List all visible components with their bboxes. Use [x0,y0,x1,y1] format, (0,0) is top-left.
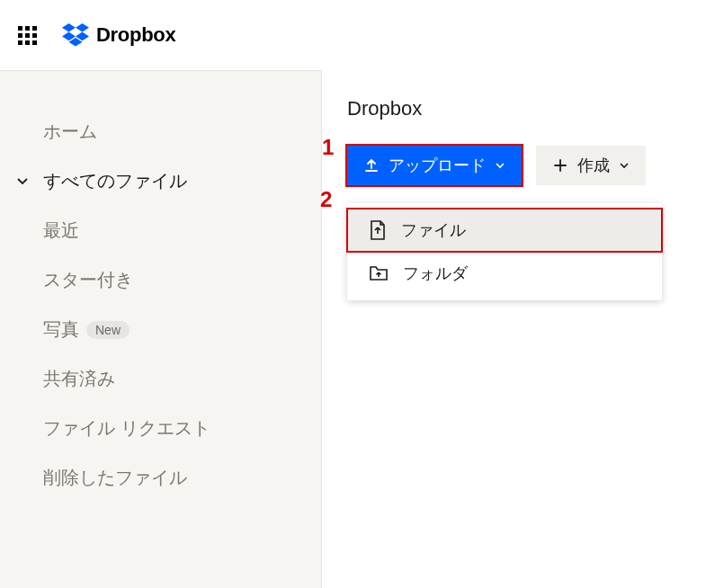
main-content: Dropbox アップロード 作成 [322,70,706,588]
annotation-2: 2 [320,187,332,212]
chevron-down-icon [619,160,630,171]
sidebar-item-label: 共有済み [43,367,115,391]
upload-dropdown-menu: ファイル フォルダ [347,203,662,300]
body: ホーム すべてのファイル 最近 スター付き 写真 New 共有済み ファイル リ… [0,70,706,588]
create-button-label: 作成 [577,155,610,176]
plus-icon [552,157,568,174]
sidebar-item-label: 最近 [43,218,79,243]
sidebar-item-file-requests[interactable]: ファイル リクエスト [0,404,321,453]
action-row: アップロード 作成 [347,146,681,185]
dropbox-icon [62,23,89,47]
chevron-down-icon [495,160,505,171]
breadcrumb[interactable]: Dropbox [347,97,681,120]
menu-item-upload-folder[interactable]: フォルダ [347,252,662,295]
sidebar-item-label: スター付き [43,268,133,292]
upload-button-label: アップロード [389,155,486,176]
sidebar-item-label: すべてのファイル [43,169,187,193]
upload-button[interactable]: アップロード [347,146,522,185]
app-launcher-icon[interactable] [18,26,37,45]
sidebar-item-starred[interactable]: スター付き [0,255,321,305]
menu-item-label: ファイル [401,219,466,241]
sidebar-item-label: 削除したファイル [43,466,187,490]
brand-logo[interactable]: Dropbox [62,23,175,47]
sidebar-item-label: ファイル リクエスト [43,416,210,441]
brand-name: Dropbox [96,23,175,47]
folder-upload-icon [369,264,389,282]
sidebar-item-home[interactable]: ホーム [0,107,321,156]
upload-icon [363,157,380,174]
sidebar-item-all-files[interactable]: すべてのファイル [0,156,321,206]
sidebar-item-deleted[interactable]: 削除したファイル [0,453,321,503]
header: Dropbox [0,0,706,70]
menu-item-upload-file[interactable]: ファイル [347,209,662,252]
file-upload-icon [369,220,387,240]
sidebar-item-label: 写真 [43,317,79,342]
sidebar-item-recent[interactable]: 最近 [0,206,321,255]
sidebar-item-photos[interactable]: 写真 New [0,305,321,354]
chevron-down-icon [16,175,29,188]
sidebar-item-shared[interactable]: 共有済み [0,354,321,404]
menu-item-label: フォルダ [403,263,468,284]
sidebar-item-label: ホーム [43,120,97,144]
sidebar: ホーム すべてのファイル 最近 スター付き 写真 New 共有済み ファイル リ… [0,70,322,588]
new-badge: New [86,321,130,339]
annotation-1: 1 [322,135,334,160]
create-button[interactable]: 作成 [536,146,646,185]
